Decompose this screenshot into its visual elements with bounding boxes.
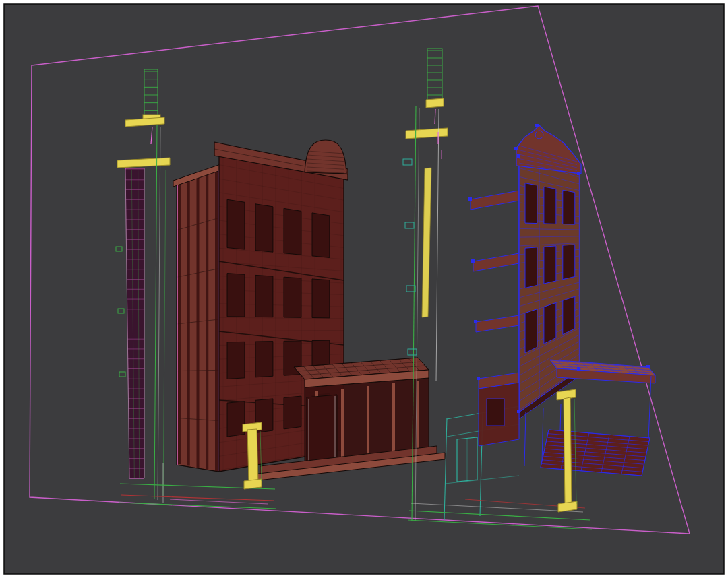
window bbox=[255, 275, 273, 317]
selection-handle bbox=[577, 367, 580, 371]
window bbox=[255, 342, 273, 377]
window bbox=[525, 183, 537, 224]
window bbox=[544, 187, 556, 224]
selection-handle bbox=[468, 197, 472, 201]
window bbox=[312, 279, 330, 318]
window bbox=[563, 190, 575, 224]
selection-handle bbox=[471, 259, 475, 263]
yellow-block bbox=[426, 98, 444, 108]
selection-handle bbox=[517, 410, 520, 413]
selection-handle bbox=[577, 172, 580, 175]
selection-handle bbox=[535, 124, 539, 127]
window bbox=[525, 247, 537, 288]
window bbox=[227, 342, 245, 379]
window bbox=[563, 296, 575, 334]
selection-handle bbox=[517, 154, 520, 158]
window bbox=[227, 274, 245, 317]
window bbox=[544, 302, 556, 344]
selection-handle bbox=[514, 147, 518, 150]
window bbox=[227, 199, 245, 249]
window bbox=[255, 204, 273, 252]
door bbox=[307, 395, 337, 465]
window bbox=[525, 309, 537, 353]
selection-handle bbox=[477, 377, 480, 380]
viewport-stage bbox=[0, 0, 728, 578]
window bbox=[284, 396, 301, 429]
selection-handle bbox=[646, 365, 650, 368]
pergola-right bbox=[541, 430, 650, 476]
column-shaft bbox=[564, 397, 572, 505]
column-shaft bbox=[247, 429, 258, 484]
window bbox=[284, 208, 301, 255]
window bbox=[312, 213, 330, 257]
window bbox=[284, 277, 301, 317]
viewport-canvas[interactable] bbox=[0, 0, 728, 578]
facade-windows bbox=[525, 183, 575, 353]
annex-window bbox=[487, 399, 504, 426]
window bbox=[544, 246, 556, 284]
window bbox=[227, 402, 245, 437]
window bbox=[563, 245, 575, 280]
selection-handle bbox=[474, 320, 477, 323]
column-base bbox=[244, 479, 262, 489]
viewport-background[interactable] bbox=[4, 4, 724, 574]
